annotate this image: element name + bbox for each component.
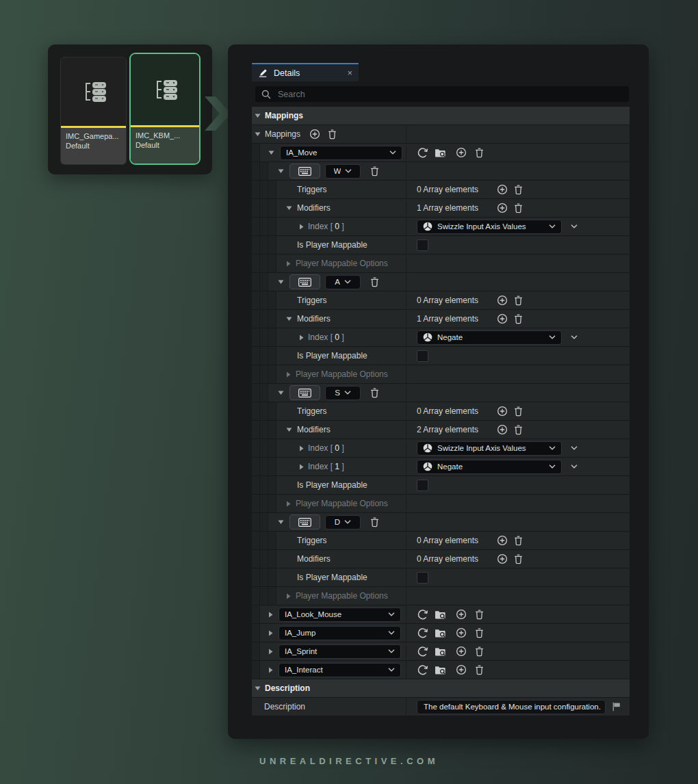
details-tab[interactable]: Details ×	[252, 63, 359, 81]
modifier-class-combobox[interactable]: Negate	[417, 330, 562, 345]
localization-button[interactable]	[612, 702, 621, 711]
add-key-mapping-button[interactable]	[456, 646, 467, 657]
add-array-element-button[interactable]	[497, 535, 508, 546]
key-combobox[interactable]: S	[325, 386, 361, 400]
options-expander-button[interactable]	[286, 593, 291, 599]
is-player-mappable-checkbox[interactable]	[417, 480, 428, 491]
clear-array-button[interactable]	[514, 185, 523, 195]
close-icon[interactable]: ×	[347, 68, 352, 77]
input-action-combobox[interactable]: IA_Interact	[279, 663, 401, 677]
delete-mapping-button[interactable]	[475, 646, 484, 657]
add-key-mapping-button[interactable]	[456, 664, 467, 675]
add-key-mapping-button[interactable]	[456, 627, 467, 638]
browse-to-asset-button[interactable]	[435, 646, 446, 657]
add-array-element-button[interactable]	[497, 184, 508, 195]
key-select-button[interactable]	[289, 514, 320, 530]
delete-key-button[interactable]	[370, 277, 379, 287]
clear-array-button[interactable]	[514, 554, 523, 564]
delete-key-button[interactable]	[370, 517, 379, 527]
clear-array-button[interactable]	[514, 406, 523, 417]
options-expander-button[interactable]	[286, 501, 291, 507]
mapping-expander-button[interactable]	[268, 649, 273, 655]
is-player-mappable-checkbox[interactable]	[417, 239, 428, 251]
key-select-button[interactable]	[289, 385, 320, 400]
add-array-element-button[interactable]	[497, 202, 508, 213]
mappings-expander-button[interactable]	[255, 131, 261, 137]
index-expander-button[interactable]	[299, 445, 304, 452]
key-combobox[interactable]: D	[325, 515, 361, 530]
use-selected-asset-button[interactable]	[417, 609, 428, 620]
key-expander-button[interactable]	[278, 168, 284, 174]
search-input[interactable]	[276, 89, 623, 100]
asset-card-imc-kbm-selected[interactable]: IMC_KBM_... Default	[129, 53, 201, 165]
add-mapping-button[interactable]	[309, 129, 320, 140]
is-player-mappable-checkbox[interactable]	[417, 572, 428, 584]
category-expander-button[interactable]	[255, 685, 261, 691]
expand-details-button[interactable]	[571, 446, 578, 450]
key-combobox[interactable]: W	[325, 164, 361, 179]
delete-key-button[interactable]	[370, 388, 379, 398]
browse-to-asset-button[interactable]	[435, 628, 446, 638]
input-action-combobox[interactable]: IA_Sprint	[279, 644, 401, 659]
input-mapping-context-icon	[150, 78, 180, 101]
details-row-check: Is Player Mappable	[252, 236, 630, 254]
key-expander-button[interactable]	[278, 390, 284, 395]
clear-array-button[interactable]	[514, 296, 523, 306]
delete-mapping-button[interactable]	[475, 628, 484, 638]
modifier-class-combobox[interactable]: Negate	[417, 460, 562, 474]
options-expander-button[interactable]	[286, 261, 291, 267]
use-selected-asset-button[interactable]	[417, 664, 428, 676]
delete-mapping-button[interactable]	[475, 148, 484, 158]
modifier-class-combobox[interactable]: Swizzle Input Axis Values	[417, 441, 562, 456]
clear-array-button[interactable]	[514, 314, 523, 324]
key-combobox[interactable]: A	[325, 275, 361, 289]
input-action-combobox[interactable]: IA_Move	[280, 146, 402, 160]
add-key-mapping-button[interactable]	[456, 609, 467, 620]
key-select-button[interactable]	[289, 274, 320, 289]
options-expander-button[interactable]	[286, 371, 291, 378]
input-action-combobox[interactable]: IA_Look_Mouse	[279, 607, 401, 622]
input-action-combobox[interactable]: IA_Jump	[279, 626, 401, 640]
clear-array-button[interactable]	[514, 536, 523, 546]
add-key-mapping-button[interactable]	[456, 147, 467, 158]
mapping-expander-button[interactable]	[268, 630, 273, 636]
use-selected-asset-button[interactable]	[417, 646, 428, 657]
mapping-expander-button[interactable]	[268, 667, 273, 673]
delete-mapping-button[interactable]	[475, 610, 484, 620]
add-array-element-button[interactable]	[497, 553, 508, 564]
mapping-expander-button[interactable]	[268, 150, 274, 155]
modifier-class-combobox[interactable]: Swizzle Input Axis Values	[417, 220, 562, 234]
triangle-down-icon	[278, 279, 284, 285]
array-expander-button[interactable]	[286, 316, 292, 322]
key-expander-button[interactable]	[278, 279, 284, 285]
use-selected-asset-button[interactable]	[417, 627, 428, 639]
array-expander-button[interactable]	[286, 427, 292, 432]
use-selected-asset-button[interactable]	[417, 147, 428, 159]
mapping-expander-button[interactable]	[268, 612, 273, 618]
key-select-button[interactable]	[289, 164, 320, 179]
index-expander-button[interactable]	[299, 335, 304, 341]
is-player-mappable-checkbox[interactable]	[417, 350, 428, 362]
key-expander-button[interactable]	[278, 519, 284, 525]
browse-to-asset-button[interactable]	[435, 610, 446, 620]
asset-card-imc-gamepad[interactable]: IMC_Gamepa... Default	[60, 57, 127, 165]
browse-to-asset-button[interactable]	[435, 665, 446, 675]
array-expander-button[interactable]	[286, 205, 292, 211]
index-expander-button[interactable]	[299, 464, 304, 470]
index-expander-button[interactable]	[299, 224, 304, 230]
browse-to-asset-button[interactable]	[435, 148, 446, 158]
clear-mappings-button[interactable]	[328, 129, 337, 140]
expand-details-button[interactable]	[571, 335, 578, 339]
category-expander-button[interactable]	[255, 113, 261, 118]
delete-key-button[interactable]	[370, 166, 379, 177]
clear-array-button[interactable]	[514, 425, 523, 435]
expand-details-button[interactable]	[571, 465, 578, 469]
delete-mapping-button[interactable]	[475, 665, 484, 675]
add-array-element-button[interactable]	[497, 406, 508, 417]
add-array-element-button[interactable]	[497, 313, 508, 324]
description-field[interactable]: The default Keyboard & Mouse input confi…	[417, 700, 606, 714]
add-array-element-button[interactable]	[497, 424, 508, 435]
clear-array-button[interactable]	[514, 203, 523, 213]
expand-details-button[interactable]	[571, 224, 578, 228]
add-array-element-button[interactable]	[497, 295, 508, 306]
